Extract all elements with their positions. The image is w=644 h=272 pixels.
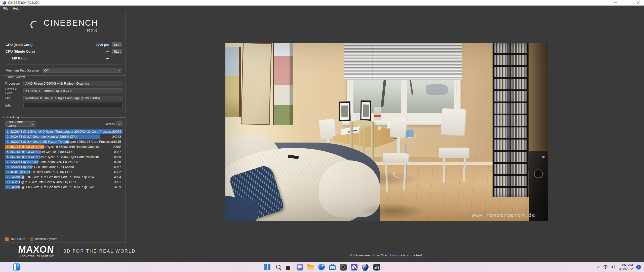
benchmark-panel: CINEBENCH R23 CPU (Multi Core) 9906 pts …	[2, 12, 126, 76]
menu-file[interactable]: File	[1, 6, 11, 12]
mp-ratio-row: MP Ratio ---	[6, 55, 122, 62]
minimum-test-duration-select[interactable]: Off	[42, 68, 122, 73]
close-icon	[637, 1, 640, 4]
restore-button[interactable]	[621, 0, 632, 6]
processor-row: Processor AMD Ryzen 5 5600G with Radeon …	[5, 80, 123, 87]
start-icon	[264, 264, 270, 270]
ranking-row-score: 3891	[114, 180, 121, 185]
menu-bar: File Help	[0, 6, 644, 12]
ranking-list: 1. 32C/64T @ 3 GHz, AMD Ryzen Threadripp…	[5, 129, 123, 190]
cores-ghz-row: Cores x GHz 6 Cores, 12 Threads @ 3.9 GH…	[5, 87, 123, 94]
active-app-indicator	[363, 270, 367, 271]
scene-painting	[225, 47, 241, 117]
ranking-row[interactable]: 7. 12C/24T @ 2.7 GHz, Intel Xeon CPU E5-…	[5, 159, 123, 164]
benchmark-app-button[interactable]	[373, 263, 380, 271]
cpu-single-core-label: CPU (Single Core)	[6, 50, 106, 53]
store-button[interactable]	[329, 263, 336, 271]
ranking-row-label: 4. 6C/12T @ 3.9 GHz, AMD Ryzen 5 5600G w…	[7, 144, 100, 149]
ranking-row-score: 24243	[112, 134, 121, 139]
volume-icon[interactable]	[611, 265, 616, 269]
prism-app-button[interactable]	[339, 263, 347, 271]
ranking-row-label: 8. 12C/24T @ 2.66 GHz, Intel Xeon CPU X5…	[7, 164, 74, 169]
ranking-row-score: 6302	[114, 169, 121, 175]
info-row: Info	[5, 102, 123, 109]
scene-chair-white-far-right	[439, 109, 469, 184]
legend-your-score-swatch	[5, 237, 9, 241]
ranking-row[interactable]: 3. 16C/32T @ 3.4 GHz, AMD Ryzen Threadri…	[5, 139, 123, 144]
ranking-metric-select[interactable]: CPU (Multi Core)	[5, 121, 35, 127]
start-button[interactable]	[264, 263, 271, 271]
os-field[interactable]: Windows 10, 64 Bit, Single Language (bui…	[23, 96, 123, 100]
ranking-row[interactable]: 9. 4C/8T @ 4.2 GHz, Intel Core i7-7700K …	[5, 169, 123, 175]
ranking-row[interactable]: 12. 4C/8T @ 1.69 GHz, 11th Gen Intel Cor…	[5, 185, 123, 190]
legend-identical-system: Identical System	[30, 237, 57, 241]
separator	[6, 64, 122, 64]
minimize-button[interactable]	[609, 0, 621, 6]
details-select[interactable]	[116, 121, 123, 126]
task-view-button[interactable]	[285, 263, 293, 271]
file-explorer-button[interactable]	[307, 263, 314, 271]
ranking-row[interactable]: 2. 24C/48T @ 2.7 GHz, Intel Xeon W-3265M…	[5, 134, 123, 139]
start-single-core-button[interactable]: Start	[112, 49, 122, 54]
system-tray: 4:58 AM 3/28/2022 4	[596, 262, 641, 272]
ranking-row[interactable]: 8. 12C/24T @ 2.66 GHz, Intel Xeon CPU X5…	[5, 164, 123, 169]
ranking-legend: Your Score Identical System	[5, 237, 57, 241]
ranking-row[interactable]: 5. 8C/16T @ 2.3 GHz, Intel Core i9-9880H…	[5, 149, 123, 154]
details-label: Details	[105, 122, 115, 126]
chevron-down-icon	[118, 69, 120, 71]
start-hint-text: Click on one of the 'Start' buttons to r…	[225, 253, 548, 257]
maxon-tagline: 3D FOR THE REAL WORLD	[64, 249, 136, 254]
cinebench-logo: CINEBENCH R23	[2, 12, 126, 37]
minimum-test-duration-row: Minimum Test Duration Off	[2, 66, 126, 75]
os-row: OS Windows 10, 64 Bit, Single Language (…	[5, 94, 123, 102]
ranking-row[interactable]: 11. 4C/8T @ 2.3 GHz, Intel Core i7-4850H…	[5, 180, 123, 185]
widgets-icon[interactable]	[13, 263, 20, 270]
cinebench-taskbar-button[interactable]	[361, 263, 370, 271]
ranking-row[interactable]: 1. 32C/64T @ 3 GHz, AMD Ryzen Threadripp…	[5, 129, 123, 134]
scene-venetian-blinds	[344, 43, 462, 80]
chat-button[interactable]	[296, 263, 304, 271]
render-preview-image: www.renderbaron.de	[225, 43, 548, 221]
cpu-single-core-score: ---	[106, 50, 109, 53]
menu-help[interactable]: Help	[11, 6, 22, 12]
chevron-down-icon	[118, 123, 120, 125]
info-field[interactable]	[23, 103, 123, 108]
maxon-app-button[interactable]	[350, 263, 358, 271]
processor-field[interactable]: AMD Ryzen 5 5600G with Radeon Graphics	[23, 81, 123, 86]
ranking-row-label: 9. 4C/8T @ 4.2 GHz, Intel Core i7-7700K …	[7, 169, 72, 175]
scene-speaker	[529, 151, 548, 221]
mp-ratio-label: MP Ratio	[6, 56, 106, 60]
notification-badge[interactable]: 4	[636, 265, 641, 269]
hidden-icons-chevron-icon[interactable]	[596, 265, 600, 269]
search-icon	[276, 265, 280, 269]
edge-button[interactable]	[318, 263, 325, 271]
file-explorer-icon	[307, 264, 314, 270]
maxon-logo: MAXON A NEMETSCHEK COMPANY	[18, 245, 54, 257]
cinema4d-sphere-icon	[30, 20, 41, 31]
wifi-icon[interactable]	[603, 265, 608, 269]
your-system-group: Your System Processor AMD Ryzen 5 5600G …	[2, 75, 126, 114]
ranking-group: Ranking CPU (Multi Core) Details 1. 32C/…	[2, 116, 126, 243]
task-view-icon	[286, 264, 292, 270]
cores-ghz-field[interactable]: 6 Cores, 12 Threads @ 3.9 GHz	[23, 88, 123, 93]
scene-shadow	[361, 203, 425, 219]
close-button[interactable]	[632, 0, 644, 6]
maxon-wordmark: MAXON	[18, 245, 54, 254]
chat-icon	[297, 264, 303, 270]
ranking-row[interactable]: 6. 8C/16T @ 3.4 GHz, AMD Ryzen 7 1700X E…	[5, 154, 123, 159]
ranking-toolbar: CPU (Multi Core) Details	[5, 121, 123, 127]
taskbar-clock[interactable]: 4:58 AM 3/28/2022	[619, 263, 633, 271]
ranking-row[interactable]: 10. 4C/8T @ 2.81 GHz, 11th Gen Intel Cor…	[5, 175, 123, 180]
cpu-multi-core-row: CPU (Multi Core) 9906 pts Start	[6, 41, 122, 48]
ranking-row-score: 4904	[114, 175, 121, 180]
taskbar: 4:58 AM 3/28/2022 4	[0, 262, 644, 272]
ranking-row[interactable]: 4. 6C/12T @ 3.9 GHz, AMD Ryzen 5 5600G w…	[5, 144, 123, 149]
start-multi-core-button[interactable]: Start	[112, 42, 122, 47]
cpu-single-core-row: CPU (Single Core) --- Start	[6, 48, 122, 55]
search-button[interactable]	[274, 263, 282, 271]
scene-photo-frame	[360, 100, 371, 121]
os-label: OS	[5, 96, 23, 100]
ranking-row-label: 12. 4C/8T @ 1.69 GHz, 11th Gen Intel Cor…	[7, 185, 94, 190]
clock-time: 4:58 AM	[619, 263, 633, 267]
scene-chair-white-right	[382, 117, 409, 194]
